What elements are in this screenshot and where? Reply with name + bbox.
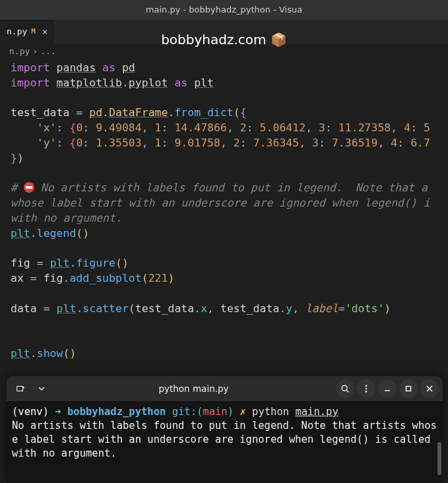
v: 9.49084 — [96, 121, 142, 134]
svg-point-3 — [342, 385, 347, 391]
v: 5.06412 — [260, 121, 306, 134]
v: 1.35503 — [96, 137, 142, 149]
v: 5 — [424, 121, 430, 134]
ref-plt: plt — [50, 257, 70, 269]
terminal-header: python main.py — [7, 376, 443, 401]
close-button[interactable] — [420, 379, 439, 398]
num-221: 221 — [148, 272, 168, 284]
svg-point-5 — [366, 385, 368, 387]
svg-rect-0 — [17, 387, 23, 391]
svg-line-4 — [346, 390, 348, 392]
v: 14.47866 — [174, 121, 226, 134]
ref-pd: pd — [89, 106, 102, 119]
svg-point-6 — [366, 388, 368, 390]
prompt-dir: bobbyhadz_python — [67, 406, 166, 418]
fn-figure: figure — [76, 257, 115, 269]
module-pyplot: pyplot — [129, 77, 168, 89]
k: 4 — [404, 121, 410, 134]
ref-plt: plt — [11, 347, 30, 360]
cmd-file: main.py — [295, 406, 338, 418]
k: 0 — [76, 121, 82, 134]
key-y: 'y' — [37, 137, 57, 149]
close-icon[interactable]: × — [40, 26, 50, 37]
fn-show: show — [37, 347, 63, 360]
ref-testdata: test_data — [220, 302, 279, 315]
terminal-panel: python main.py (venv) ➜ bobbyhadz_python… — [7, 376, 443, 483]
k: 4 — [391, 137, 397, 149]
scrollbar-thumb[interactable] — [437, 442, 441, 475]
v: 7.36519 — [332, 137, 378, 149]
editor-tab-main[interactable]: n.py M × — [0, 20, 54, 44]
git-prefix: git:( — [172, 406, 203, 418]
module-matplotlib: matplotlib — [57, 77, 122, 89]
maximize-button[interactable] — [399, 379, 418, 398]
new-tab-button[interactable] — [11, 380, 30, 397]
fn-scatter: scatter — [82, 302, 129, 315]
git-suffix: ) — [228, 406, 234, 418]
no-entry-icon — [24, 182, 34, 193]
k: 3 — [312, 137, 319, 149]
ref-plt: plt — [57, 302, 77, 315]
op-eq: = — [44, 302, 50, 315]
var-testdata: test_data — [11, 106, 69, 119]
v: 11.27358 — [338, 121, 391, 134]
k: 2 — [234, 137, 240, 149]
prompt-arrow-icon: ➜ — [55, 406, 61, 418]
k: 3 — [319, 121, 325, 134]
k: 2 — [240, 121, 247, 134]
var-ax: ax — [11, 272, 24, 284]
alias-plt: plt — [194, 77, 214, 89]
ref-fig: fig — [44, 272, 63, 284]
kw-import: import — [11, 61, 50, 74]
minimize-button[interactable] — [378, 379, 397, 398]
v: 6.7 — [410, 137, 430, 149]
var-fig: fig — [11, 257, 30, 269]
dirty-icon: ✗ — [240, 406, 245, 418]
kw-import: import — [11, 77, 50, 89]
kw-as: as — [174, 77, 187, 89]
svg-point-7 — [366, 391, 368, 393]
kw-as: as — [102, 61, 115, 74]
v: 9.01758 — [174, 137, 220, 149]
op-eq: = — [37, 257, 44, 269]
var-data: data — [11, 302, 37, 315]
tab-bar: n.py M × — [0, 20, 448, 44]
venv-label: (venv) — [12, 406, 49, 418]
window-title-bar: main.py - bobbyhadz_python - Visua — [0, 0, 448, 20]
terminal-output: No artists with labels found to put in l… — [12, 419, 437, 461]
git-branch: main — [203, 406, 227, 418]
breadcrumb-file: n.py — [9, 46, 30, 56]
breadcrumb-more: ... — [40, 46, 55, 56]
tab-modified-badge: M — [31, 27, 36, 36]
cmd-python: python — [252, 406, 289, 418]
fn-fromdict: from_dict — [174, 106, 233, 119]
terminal-title: python main.py — [54, 383, 333, 394]
dropdown-icon[interactable] — [32, 380, 51, 397]
tab-label: n.py — [7, 26, 27, 36]
alias-pd: pd — [122, 61, 135, 74]
op-eq: = — [30, 272, 37, 284]
breadcrumb-separator: › — [32, 46, 38, 56]
fn-legend: legend — [37, 227, 77, 240]
terminal-body[interactable]: (venv) ➜ bobbyhadz_python git:(main) ✗ p… — [7, 401, 443, 465]
attr-x: x — [201, 302, 207, 315]
k: 1 — [155, 121, 162, 134]
k: 0 — [76, 137, 82, 149]
terminal-prompt-line: (venv) ➜ bobbyhadz_python git:(main) ✗ p… — [12, 405, 437, 419]
attr-y: y — [286, 302, 292, 315]
code-editor[interactable]: import pandas as pd import matplotlib.py… — [0, 58, 448, 364]
v: 7.36345 — [253, 137, 300, 149]
svg-rect-9 — [406, 387, 411, 391]
comment-line: # No artists with labels found to put in… — [11, 181, 430, 224]
key-x: 'x' — [37, 121, 57, 134]
search-icon[interactable] — [336, 379, 354, 398]
menu-icon[interactable] — [357, 379, 375, 398]
module-pandas: pandas — [57, 61, 96, 74]
ref-testdata: test_data — [135, 302, 194, 315]
ref-plt: plt — [11, 227, 30, 240]
str-dots: 'dots' — [345, 302, 385, 315]
fn-addsubplot: add_subplot — [69, 272, 141, 284]
op-eq: = — [76, 106, 82, 119]
breadcrumb[interactable]: n.py › ... — [0, 44, 448, 58]
param-label: label — [305, 302, 338, 315]
